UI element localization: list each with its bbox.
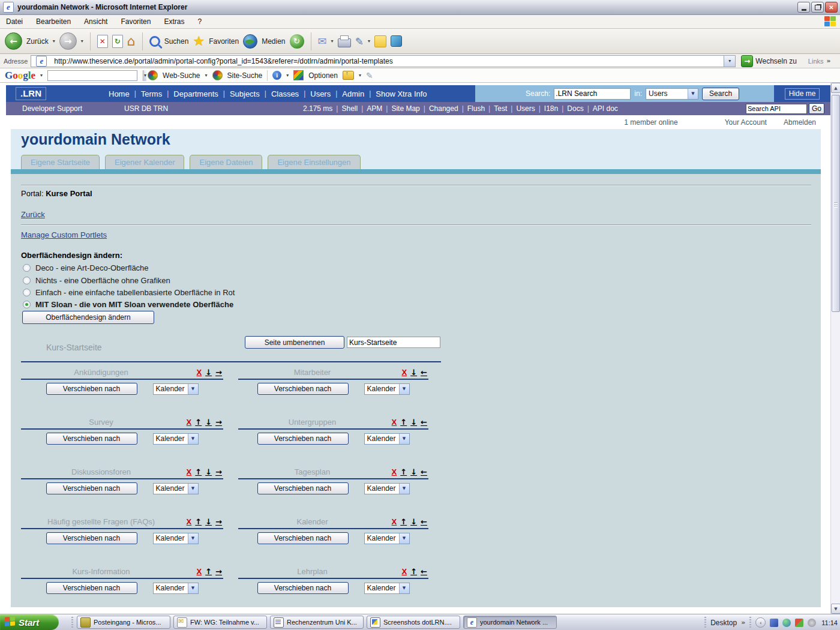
your-account-link[interactable]: Your Account bbox=[725, 118, 767, 127]
search-button-label[interactable]: Suchen bbox=[164, 37, 189, 46]
tray-network-icon[interactable] bbox=[782, 619, 791, 627]
back-link[interactable]: Zurück bbox=[21, 210, 45, 219]
move-arrow-link[interactable]: ↓ bbox=[410, 467, 417, 476]
move-target-select[interactable]: Kalender▼ bbox=[364, 483, 410, 494]
move-arrow-link[interactable]: ↓ bbox=[205, 517, 212, 526]
api-search-go-button[interactable]: Go bbox=[809, 103, 824, 114]
move-target-select[interactable]: Kalender▼ bbox=[364, 583, 410, 594]
move-arrow-link[interactable]: → bbox=[215, 467, 222, 476]
move-to-button[interactable]: Verschieben nach bbox=[46, 582, 137, 594]
go-button[interactable]: → Wechseln zu bbox=[739, 55, 799, 68]
dev-flags[interactable]: USR DB TRN bbox=[124, 104, 168, 113]
move-to-button[interactable]: Verschieben nach bbox=[46, 482, 137, 494]
move-arrow-link[interactable]: → bbox=[215, 517, 222, 526]
options-label[interactable]: Optionen bbox=[308, 71, 338, 80]
move-to-button[interactable]: Verschieben nach bbox=[46, 433, 137, 445]
move-arrow-link[interactable]: → bbox=[215, 368, 222, 377]
move-target-select[interactable]: Kalender▼ bbox=[364, 383, 410, 395]
delete-portlet-link[interactable]: X bbox=[392, 517, 397, 526]
rename-page-input[interactable] bbox=[347, 337, 440, 348]
move-arrow-link[interactable]: ↑ bbox=[410, 567, 417, 576]
move-to-button[interactable]: Verschieben nach bbox=[257, 383, 349, 395]
tray-volume-icon[interactable] bbox=[808, 619, 816, 627]
task-yourdomain-network[interactable]: e yourdomain Network ... bbox=[463, 616, 557, 629]
vertical-scrollbar[interactable]: ▲ ▼ bbox=[830, 83, 840, 614]
media-button-label[interactable]: Medien bbox=[262, 37, 285, 46]
task-screenshots[interactable]: Screenshots dotLRN.... bbox=[367, 616, 460, 629]
favorites-star-icon[interactable]: ★ bbox=[193, 35, 205, 48]
move-arrow-link[interactable]: ← bbox=[421, 517, 427, 526]
links-label[interactable]: Links bbox=[808, 58, 824, 65]
close-button[interactable]: ✕ bbox=[825, 2, 838, 13]
move-arrow-link[interactable]: ↓ bbox=[410, 517, 417, 526]
move-arrow-link[interactable]: ← bbox=[421, 467, 427, 476]
api-search-input[interactable] bbox=[746, 104, 807, 114]
delete-portlet-link[interactable]: X bbox=[197, 567, 202, 576]
move-target-select[interactable]: Kalender▼ bbox=[153, 583, 199, 594]
dev-link-i18n[interactable]: I18n bbox=[544, 104, 558, 113]
page-info-icon[interactable]: i bbox=[272, 71, 281, 80]
move-arrow-link[interactable]: ↓ bbox=[410, 368, 417, 377]
move-arrow-link[interactable]: → bbox=[215, 567, 222, 576]
delete-portlet-link[interactable]: X bbox=[402, 567, 407, 576]
radio-nichts[interactable] bbox=[23, 277, 31, 284]
task-mail-message[interactable]: FW: WG: Teilnahme v... bbox=[173, 616, 267, 629]
move-to-button[interactable]: Verschieben nach bbox=[257, 482, 349, 494]
favorites-button-label[interactable]: Favoriten bbox=[209, 37, 239, 46]
highlighter-pen-icon[interactable]: ✎ bbox=[366, 71, 373, 80]
lrn-search-button[interactable]: Search bbox=[702, 88, 739, 100]
restore-button[interactable] bbox=[811, 2, 824, 13]
dev-link-flush[interactable]: Flush bbox=[467, 104, 485, 113]
delete-portlet-link[interactable]: X bbox=[187, 517, 192, 526]
move-arrow-link[interactable]: ↓ bbox=[205, 418, 212, 427]
desktop-chevron-icon[interactable]: » bbox=[741, 619, 745, 626]
options-icon[interactable] bbox=[293, 70, 304, 80]
forward-dropdown-icon[interactable]: ▾ bbox=[81, 38, 83, 44]
home-icon[interactable]: ⌂ bbox=[127, 35, 136, 47]
delete-portlet-link[interactable]: X bbox=[197, 368, 202, 377]
menu-bearbeiten[interactable]: Bearbeiten bbox=[36, 17, 71, 26]
move-target-select[interactable]: Kalender▼ bbox=[364, 433, 410, 445]
move-arrow-link[interactable]: ↑ bbox=[195, 517, 202, 526]
move-arrow-link[interactable]: ↑ bbox=[205, 567, 212, 576]
edit-dropdown-icon[interactable]: ▾ bbox=[368, 38, 370, 44]
google-search-box[interactable]: ▾ bbox=[47, 70, 137, 81]
move-arrow-link[interactable]: ↓ bbox=[410, 418, 417, 427]
dev-link-users[interactable]: Users bbox=[516, 104, 535, 113]
address-field[interactable]: e ▾ bbox=[31, 55, 736, 67]
move-to-button[interactable]: Verschieben nach bbox=[257, 532, 349, 544]
google-logo[interactable]: Google bbox=[5, 70, 35, 82]
nav-users[interactable]: Users bbox=[310, 89, 331, 98]
mail-icon[interactable]: ✉ bbox=[318, 36, 327, 47]
address-dropdown-icon[interactable]: ▾ bbox=[724, 56, 735, 67]
move-arrow-link[interactable]: ← bbox=[421, 418, 427, 427]
dev-link-test[interactable]: Test bbox=[494, 104, 507, 113]
move-arrow-link[interactable]: ↑ bbox=[400, 467, 407, 476]
move-arrow-link[interactable]: ↑ bbox=[400, 418, 407, 427]
search-icon[interactable] bbox=[149, 36, 160, 47]
manage-custom-portlets-link[interactable]: Manage Custom Portlets bbox=[21, 230, 107, 239]
move-arrow-link[interactable]: ↑ bbox=[400, 517, 407, 526]
task-rechenzentrum[interactable]: Rechenzentrum Uni K... bbox=[270, 616, 364, 629]
scroll-down-button[interactable]: ▼ bbox=[831, 604, 840, 614]
move-arrow-link[interactable]: → bbox=[215, 418, 222, 427]
back-button-label[interactable]: Zurück bbox=[26, 37, 49, 46]
print-icon[interactable] bbox=[338, 38, 351, 47]
back-dropdown-icon[interactable]: ▾ bbox=[53, 38, 55, 44]
site-search-icon[interactable] bbox=[212, 70, 223, 80]
dev-link-api-doc[interactable]: API doc bbox=[593, 104, 618, 113]
menu-datei[interactable]: Datei bbox=[6, 17, 23, 26]
move-arrow-link[interactable]: ↓ bbox=[205, 467, 212, 476]
developer-support-label[interactable]: Developer Support bbox=[22, 104, 82, 113]
radio-deco[interactable] bbox=[23, 264, 31, 272]
address-input[interactable] bbox=[53, 56, 721, 66]
dev-link-shell[interactable]: Shell bbox=[341, 104, 358, 113]
google-logo-dropdown-icon[interactable]: ▾ bbox=[40, 73, 43, 78]
google-search-input[interactable] bbox=[48, 71, 143, 80]
web-search-label[interactable]: Web-Suche bbox=[163, 71, 200, 80]
delete-portlet-link[interactable]: X bbox=[187, 418, 192, 427]
logout-link[interactable]: Abmelden bbox=[784, 118, 816, 127]
site-search-label[interactable]: Site-Suche bbox=[227, 71, 263, 80]
menu-favoriten[interactable]: Favoriten bbox=[121, 17, 151, 26]
mail-dropdown-icon[interactable]: ▾ bbox=[331, 38, 334, 44]
